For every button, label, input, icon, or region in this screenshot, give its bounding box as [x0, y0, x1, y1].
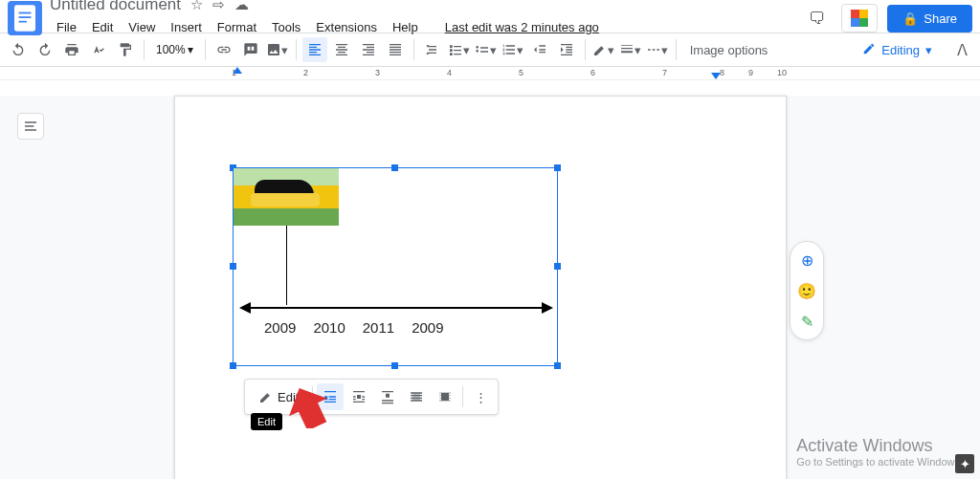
indent-increase-button[interactable]	[554, 37, 579, 62]
menu-view[interactable]: View	[122, 16, 162, 38]
image-options-button[interactable]: Image options	[682, 43, 776, 57]
windows-watermark: Activate Windows Go to Settings to activ…	[796, 436, 963, 468]
edit-tooltip: Edit	[251, 413, 282, 430]
line-spacing-button[interactable]	[420, 37, 445, 62]
image-button[interactable]: ▾	[265, 37, 290, 62]
spellcheck-button[interactable]	[86, 37, 111, 62]
svg-rect-4	[412, 393, 420, 401]
reaction-bar: ⊕ 🙂 ✎	[790, 241, 824, 340]
redo-button[interactable]	[33, 37, 57, 62]
border-weight-button[interactable]: ▾	[618, 37, 643, 62]
indent-marker-right[interactable]	[711, 73, 721, 79]
star-icon[interactable]: ☆	[190, 0, 203, 13]
menu-format[interactable]: Format	[211, 16, 263, 38]
image-float-toolbar: Edit ⋮	[244, 379, 499, 415]
align-justify-button[interactable]	[383, 37, 408, 62]
menu-tools[interactable]: Tools	[265, 16, 307, 38]
lock-icon: 🔒	[902, 11, 918, 26]
border-color-button[interactable]: ▾	[591, 37, 616, 62]
bullet-list-button[interactable]: ▾	[474, 37, 499, 62]
emoji-icon[interactable]: 🙂	[796, 280, 817, 301]
add-comment-icon[interactable]: ⊕	[796, 250, 817, 271]
wrap-behind-button[interactable]	[403, 383, 430, 410]
svg-rect-5	[441, 393, 449, 401]
svg-rect-2	[19, 16, 32, 18]
docs-logo[interactable]	[8, 1, 42, 35]
align-left-button[interactable]	[302, 37, 327, 62]
workspace: 2009 2010 2011 2009 Edit ⋮ Edit ⊕ 🙂 ✎ Ac…	[0, 96, 980, 479]
menu-insert[interactable]: Insert	[164, 16, 209, 38]
share-button[interactable]: 🔒 Share	[887, 5, 972, 33]
timeline-labels: 2009 2010 2011 2009	[264, 319, 444, 336]
indent-marker-left[interactable]	[233, 67, 242, 74]
timeline-arrow	[241, 307, 551, 309]
zoom-select[interactable]: 100% ▾	[150, 43, 199, 56]
resize-handle[interactable]	[554, 362, 561, 369]
chevron-down-icon: ▾	[925, 43, 932, 57]
car-image	[234, 168, 339, 226]
outline-toggle-button[interactable]	[17, 113, 44, 140]
paint-format-button[interactable]	[113, 37, 138, 62]
editing-mode-button[interactable]: Editing ▾	[853, 38, 942, 62]
menu-file[interactable]: File	[50, 16, 83, 38]
comment-history-icon[interactable]: 🗨	[805, 6, 830, 31]
undo-button[interactable]	[6, 37, 31, 62]
resize-handle[interactable]	[391, 164, 398, 171]
more-options-button[interactable]: ⋮	[467, 383, 494, 410]
svg-marker-6	[287, 386, 329, 428]
wrap-break-button[interactable]	[374, 383, 401, 410]
menu-edit[interactable]: Edit	[85, 16, 120, 38]
meet-button[interactable]	[841, 4, 878, 33]
resize-handle[interactable]	[554, 263, 561, 270]
menu-extensions[interactable]: Extensions	[309, 16, 384, 38]
drawing-object[interactable]: 2009 2010 2011 2009	[233, 167, 558, 366]
svg-rect-1	[19, 12, 32, 14]
cloud-icon[interactable]: ☁	[234, 0, 249, 13]
doc-title[interactable]: Untitled document	[50, 0, 181, 14]
resize-handle[interactable]	[230, 263, 236, 270]
ruler[interactable]: 12345678910	[0, 67, 980, 80]
suggest-icon[interactable]: ✎	[796, 311, 817, 332]
share-label: Share	[924, 11, 957, 26]
last-edit-link[interactable]: Last edit was 2 minutes ago	[438, 16, 606, 38]
menu-help[interactable]: Help	[386, 16, 425, 38]
comment-button[interactable]	[238, 37, 263, 62]
wrap-front-button[interactable]	[432, 383, 458, 410]
resize-handle[interactable]	[391, 362, 398, 369]
pencil-icon	[862, 42, 876, 58]
wrap-text-button[interactable]	[345, 383, 372, 410]
align-right-button[interactable]	[356, 37, 381, 62]
checklist-button[interactable]: ▾	[447, 37, 472, 62]
border-dash-button[interactable]: ▾	[645, 37, 670, 62]
indent-decrease-button[interactable]	[527, 37, 552, 62]
svg-rect-3	[19, 21, 27, 23]
resize-handle[interactable]	[554, 164, 561, 171]
collapse-button[interactable]: ᐱ	[949, 37, 974, 62]
connector-line	[286, 226, 287, 305]
align-center-button[interactable]	[329, 37, 354, 62]
explore-button[interactable]: ✦	[955, 454, 974, 473]
print-button[interactable]	[59, 37, 84, 62]
link-button[interactable]	[212, 37, 236, 62]
resize-handle[interactable]	[230, 362, 236, 369]
numbered-list-button[interactable]: ▾	[501, 37, 525, 62]
move-icon[interactable]: ⇨	[212, 0, 225, 13]
